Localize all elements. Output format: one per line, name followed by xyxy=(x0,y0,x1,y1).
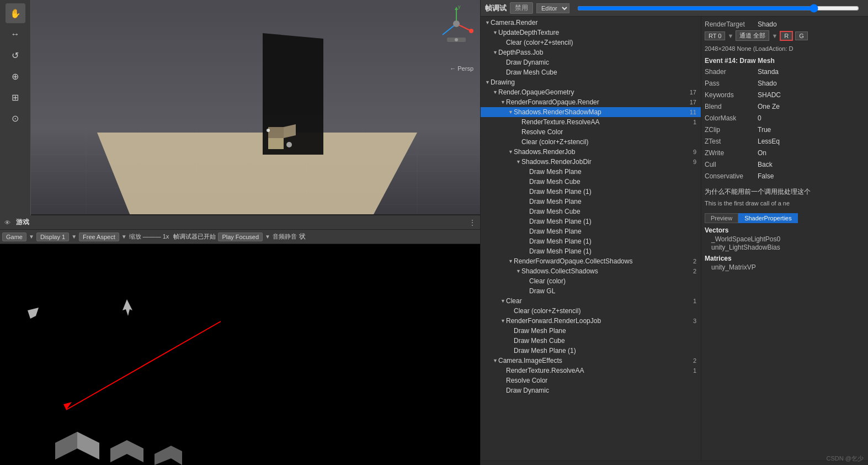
tab-preview[interactable]: Preview xyxy=(705,213,738,223)
tool-transform[interactable]: ⊙ xyxy=(6,108,25,128)
fd-editor-select[interactable]: Editor Game xyxy=(536,3,569,13)
pass-label: Pass xyxy=(705,80,754,87)
tree-item-shadows_render_job[interactable]: ▼Shadows.RenderJob9 xyxy=(481,147,701,157)
tree-item-shadows_collect[interactable]: ▼Shadows.CollectShadows2 xyxy=(481,266,701,276)
blend-value: One Ze xyxy=(758,103,780,110)
tree-item-draw_mesh_plane_2[interactable]: Draw Mesh Plane (1) xyxy=(481,187,701,197)
tree-item-depth_pass[interactable]: ▼DepthPass.Job xyxy=(481,47,701,57)
tree-item-clear2[interactable]: ▼Clear1 xyxy=(481,296,701,306)
tree-item-clear_color_z[interactable]: Clear (color+Z+stencil) xyxy=(481,38,701,47)
fd-title: 帧调试 xyxy=(485,3,507,13)
tree-item-draw_mesh_plane_6[interactable]: Draw Mesh Plane (1) xyxy=(481,236,701,246)
tree-item-render_texture_resolve[interactable]: RenderTexture.ResolveAA1 xyxy=(481,117,701,127)
tree-text-draw_mesh_plane_5: Draw Mesh Plane xyxy=(529,228,582,235)
tree-item-render_forward_loop[interactable]: ▼RenderForward.RenderLoopJob3 xyxy=(481,316,701,326)
tree-item-clear_color_z2[interactable]: Clear (color+Z+stencil) xyxy=(481,137,701,147)
rt0-button[interactable]: RT 0 xyxy=(705,31,725,40)
right-panel: 帧调试 禁用 Editor Game ▼Camera.Render▼Update… xyxy=(480,0,868,465)
svg-point-26 xyxy=(455,38,458,41)
tree-item-draw_mesh_cube_3[interactable]: Draw Mesh Cube xyxy=(481,207,701,216)
tree-item-draw_mesh_cube_1[interactable]: Draw Mesh Cube xyxy=(481,67,701,77)
tree-item-draw_mesh_plane_5[interactable]: Draw Mesh Plane xyxy=(481,226,701,236)
tree-item-draw_mesh_plane_9[interactable]: Draw Mesh Plane (1) xyxy=(481,346,701,356)
tree-arrow-render_forward_opaque: ▼ xyxy=(500,99,506,105)
tree-text-render_opaque: Render.OpaqueGeometry xyxy=(498,88,574,96)
tree-count-render_opaque: 17 xyxy=(685,89,699,96)
tree-arrow-shadows_render_shadow_map: ▼ xyxy=(508,109,514,115)
svg-point-23 xyxy=(469,29,473,33)
tree-item-camera_render[interactable]: ▼Camera.Render xyxy=(481,18,701,28)
toolbar: ✋ ↔ ↺ ⊕ ⊞ ⊙ xyxy=(0,0,31,215)
fd-disabled-button[interactable]: 禁用 xyxy=(510,2,533,14)
vectors-header: Vectors xyxy=(705,226,865,234)
tree-item-update_depth[interactable]: ▼UpdateDepthTexture xyxy=(481,28,701,38)
tree-text-shadows_render_job: Shadows.RenderJob xyxy=(514,148,575,156)
tree-item-resolve_color[interactable]: Resolve Color xyxy=(481,127,701,137)
why-desc-row: This is the first draw call of a ne xyxy=(705,198,865,209)
keywords-label: Keywords xyxy=(705,91,754,99)
game-dropdown[interactable]: Game xyxy=(2,232,26,241)
tree-item-draw_mesh_plane_4[interactable]: Draw Mesh Plane (1) xyxy=(481,216,701,226)
tab-shader-properties[interactable]: ShaderProperties xyxy=(738,213,798,223)
tool-scale[interactable]: ⊕ xyxy=(6,66,25,86)
floor-plane xyxy=(31,0,480,214)
scene-3d-background xyxy=(31,0,480,214)
conservative-value: False xyxy=(758,172,774,180)
channel-button[interactable]: 通道 全部 xyxy=(736,30,769,41)
tree-item-drawing[interactable]: ▼Drawing xyxy=(481,77,701,87)
tree-item-draw_mesh_cube_4[interactable]: Draw Mesh Cube xyxy=(481,336,701,346)
tree-item-camera_image_effects[interactable]: ▼Camera.ImageEffects2 xyxy=(481,356,701,366)
tree-item-clear_color_z3[interactable]: Clear (color+Z+stencil) xyxy=(481,306,701,316)
tree-text-draw_dynamic: Draw Dynamic xyxy=(506,59,549,66)
tree-item-draw_gl[interactable]: Draw GL xyxy=(481,286,701,296)
tree-item-render_opaque[interactable]: ▼Render.OpaqueGeometry17 xyxy=(481,87,701,97)
tree-item-draw_mesh_plane_8[interactable]: Draw Mesh Plane xyxy=(481,326,701,336)
tree-item-clear_color[interactable]: Clear (color) xyxy=(481,276,701,286)
fd-slider[interactable] xyxy=(577,4,859,13)
svg-point-24 xyxy=(453,20,460,27)
zwrite-label: ZWrite xyxy=(705,149,754,157)
svg-rect-13 xyxy=(268,138,284,149)
tree-item-draw_mesh_plane_1[interactable]: Draw Mesh Plane xyxy=(481,167,701,177)
tool-move[interactable]: ↔ xyxy=(6,24,25,44)
tree-text-camera_image_effects: Camera.ImageEffects xyxy=(498,357,562,364)
tree-item-render_forward_collect[interactable]: ▼RenderForwardOpaque.CollectShadows2 xyxy=(481,256,701,266)
tree-panel: ▼Camera.Render▼UpdateDepthTextureClear (… xyxy=(481,17,701,461)
tree-count-clear2: 1 xyxy=(685,298,699,304)
tree-item-draw_dynamic2[interactable]: Draw Dynamic xyxy=(481,385,701,395)
tree-text-draw_mesh_plane_4: Draw Mesh Plane (1) xyxy=(529,218,592,225)
channel-g-button[interactable]: G xyxy=(795,31,808,40)
tree-arrow-drawing: ▼ xyxy=(485,80,491,85)
tree-item-shadows_render_shadow_map[interactable]: ▼Shadows.RenderShadowMap11 xyxy=(481,107,701,117)
tree-item-shadows_render_job_dir[interactable]: ▼Shadows.RenderJobDir9 xyxy=(481,157,701,167)
ztest-row: ZTest LessEq xyxy=(705,136,865,147)
tree-item-render_forward_opaque[interactable]: ▼RenderForwardOpaque.Render17 xyxy=(481,97,701,107)
tree-item-draw_dynamic[interactable]: Draw Dynamic xyxy=(481,57,701,67)
tree-text-render_texture_resolve: RenderTexture.ResolveAA xyxy=(521,118,599,126)
matrix-item-0: unity_MatrixVP xyxy=(711,263,865,271)
why-desc: This is the first draw call of a ne xyxy=(705,200,790,207)
keywords-row: Keywords SHADC xyxy=(705,89,865,101)
tree-item-draw_mesh_plane_3[interactable]: Draw Mesh Plane xyxy=(481,197,701,207)
tree-item-draw_mesh_plane_7[interactable]: Draw Mesh Plane (1) xyxy=(481,246,701,256)
event-title: Event #14: Draw Mesh xyxy=(705,57,775,65)
tree-text-camera_render: Camera.Render xyxy=(491,19,537,27)
tree-item-draw_mesh_cube_2[interactable]: Draw Mesh Cube xyxy=(481,177,701,187)
tool-rotate[interactable]: ↺ xyxy=(6,45,25,65)
tool-rect[interactable]: ⊞ xyxy=(6,87,25,107)
shader-label: Shader xyxy=(705,68,754,76)
play-focused-dropdown[interactable]: Play Focused xyxy=(218,232,263,241)
tool-hand[interactable]: ✋ xyxy=(6,3,25,23)
display-arrow: ▼ xyxy=(71,234,77,240)
tree-text-clear_color_z2: Clear (color+Z+stencil) xyxy=(521,138,588,146)
aspect-dropdown[interactable]: Free Aspect xyxy=(79,232,119,241)
tree-item-render_texture_resolve2[interactable]: RenderTexture.ResolveAA1 xyxy=(481,366,701,376)
bottom-scrollbar[interactable] xyxy=(481,461,868,465)
tree-text-draw_mesh_cube_2: Draw Mesh Cube xyxy=(529,178,581,186)
tree-text-drawing: Drawing xyxy=(491,78,515,86)
channel-r-button[interactable]: R xyxy=(780,31,793,41)
tree-text-render_forward_collect: RenderForwardOpaque.CollectShadows xyxy=(514,257,632,265)
tree-item-resolve_color2[interactable]: Resolve Color xyxy=(481,376,701,385)
display-dropdown[interactable]: Display 1 xyxy=(36,232,69,241)
svg-point-16 xyxy=(267,129,270,132)
